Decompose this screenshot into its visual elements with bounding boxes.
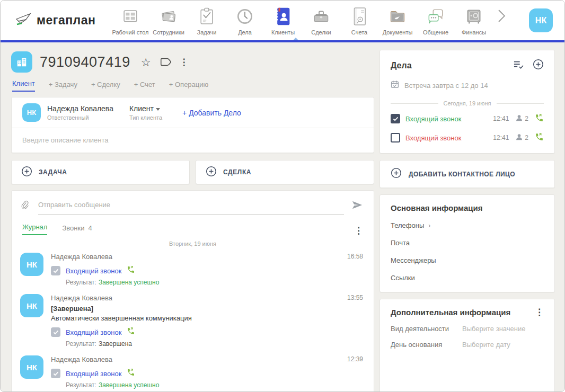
add-task-button[interactable]: ЗАДАЧА	[11, 160, 190, 184]
add-task-label: ЗАДАЧА	[39, 168, 67, 176]
select-value-placeholder[interactable]: Выберите значение	[462, 325, 525, 333]
add-deal-button[interactable]: СДЕЛКА	[196, 160, 374, 184]
app-window: мегаплан Рабочий стол	[0, 0, 565, 392]
info-item-links[interactable]: Ссылки	[391, 268, 544, 283]
add-todo-plus-icon[interactable]	[533, 59, 544, 72]
main-info-title: Основная информация	[391, 203, 544, 212]
date-separator: Вторник, 19 июня	[12, 240, 374, 247]
incoming-call-link[interactable]: Входящий звонок	[66, 328, 121, 336]
select-date-placeholder[interactable]: Выберите дату	[462, 341, 510, 349]
user-avatar[interactable]: НК	[529, 8, 553, 32]
phone-callback-icon	[127, 265, 135, 276]
avatar: НК	[20, 355, 43, 379]
add-contact-button[interactable]: ДОБАВИТЬ КОНТАКТНОЕ ЛИЦО	[379, 160, 555, 188]
megaplan-logo[interactable]: мегаплан	[14, 11, 113, 31]
extra-info-title: Дополнительная информация	[391, 308, 535, 317]
responsible-name[interactable]: Надежда Ковалева	[47, 104, 113, 113]
tab-add-task[interactable]: + Задачу	[49, 81, 77, 92]
nav-item-tasks[interactable]: Задачи	[189, 5, 224, 35]
nav-more-chevron-icon[interactable]	[496, 8, 507, 26]
todos-title: Дела	[391, 61, 513, 70]
phone-callback-icon	[127, 368, 135, 379]
upcoming-meeting[interactable]: Встреча завтра с 12 до 14	[391, 80, 544, 91]
extra-info-row: День основания Выберите дату	[391, 341, 544, 349]
clock-icon	[235, 5, 255, 28]
result-label: Результат:	[66, 340, 96, 348]
info-item-messengers[interactable]: Мессенджеры	[391, 251, 544, 266]
journal-more-options-icon[interactable]: ⋮	[354, 226, 363, 235]
nav-label: Рабочий стол	[112, 29, 148, 35]
nav-label: Задачи	[197, 29, 217, 35]
call-done-checkbox[interactable]	[51, 266, 60, 275]
incoming-call-link[interactable]: Входящий звонок	[66, 370, 121, 378]
participants-icon	[515, 133, 523, 143]
page-title: 79109407419	[40, 54, 130, 70]
phone-callback-icon[interactable]	[535, 132, 544, 144]
main-info-panel: Основная информация Телефоны › Почта Мес…	[379, 194, 555, 292]
nav-label: Сделки	[311, 29, 331, 35]
extra-info-more-options-icon[interactable]: ⋮	[535, 308, 544, 317]
add-todo-link[interactable]: + Добавить Дело	[182, 109, 241, 117]
nav-item-employees[interactable]: Сотрудники	[151, 5, 186, 35]
chevron-right-icon: ›	[428, 222, 430, 229]
nav-item-finances[interactable]: Финансы	[456, 5, 491, 35]
tab-add-deal[interactable]: + Сделку	[91, 81, 120, 92]
list-check-icon[interactable]	[513, 60, 524, 72]
entry-author[interactable]: Надежда Ковалева	[51, 294, 112, 302]
client-type-dropdown[interactable]: Клиент	[129, 104, 162, 113]
plus-circle-icon	[206, 166, 217, 179]
entry-text: Автоматически завершенная коммуникация	[51, 314, 363, 322]
tab-journal[interactable]: Журнал	[22, 223, 47, 235]
tab-add-operation[interactable]: + Операцию	[169, 81, 209, 92]
chevron-down-icon	[156, 108, 160, 111]
tasks-icon	[198, 5, 216, 28]
todo-call-row: Входящий звонок 12:41 2	[391, 131, 544, 145]
phone-callback-icon[interactable]	[535, 113, 544, 124]
client-summary-card: НК Надежда Ковалева Ответственный Клиент…	[11, 97, 374, 153]
todo-checkbox-checked[interactable]	[391, 114, 400, 123]
todo-call-label[interactable]: Входящий звонок	[405, 115, 493, 123]
favorite-star-icon[interactable]: ☆	[141, 57, 151, 68]
attachment-paperclip-icon[interactable]	[20, 200, 31, 215]
top-nav-bar: мегаплан Рабочий стол	[1, 1, 564, 40]
more-options-icon[interactable]: ⋮	[180, 58, 189, 67]
nav-item-invoices[interactable]: Счета	[342, 5, 377, 35]
nav-item-desktop[interactable]: Рабочий стол	[113, 5, 148, 35]
info-item-phones[interactable]: Телефоны ›	[391, 216, 544, 231]
result-value: Завершена	[99, 340, 132, 348]
responsible-avatar[interactable]: НК	[22, 103, 41, 122]
nav-item-clients-active[interactable]: Клиенты	[266, 5, 301, 35]
nav-label: Дела	[238, 29, 252, 35]
participants-count: 2	[525, 115, 528, 122]
entry-author[interactable]: Надежда Ковалева	[51, 355, 112, 363]
entity-title-row: 79109407419 ☆ ⋮	[11, 50, 374, 74]
tag-icon[interactable]	[160, 57, 171, 67]
chat-bubbles-icon	[425, 5, 446, 28]
responsible-role-label: Ответственный	[47, 114, 113, 121]
incoming-call-link[interactable]: Входящий звонок	[66, 267, 121, 275]
nav-item-chat[interactable]: Общение	[418, 5, 453, 35]
info-item-email[interactable]: Почта	[391, 233, 544, 248]
nav-label: Клиенты	[271, 29, 295, 35]
todo-checkbox-unchecked[interactable]	[391, 133, 400, 142]
call-done-checkbox[interactable]	[51, 369, 60, 378]
field-label: Вид деятельности	[391, 325, 462, 333]
nav-item-deals[interactable]: Сделки	[304, 5, 339, 35]
entry-author[interactable]: Надежда Ковалева	[51, 253, 112, 261]
clients-book-icon	[274, 5, 292, 28]
send-message-input[interactable]	[38, 201, 344, 209]
safe-icon	[464, 5, 484, 28]
send-icon[interactable]	[351, 200, 363, 212]
call-done-checkbox[interactable]	[51, 327, 60, 337]
tab-add-invoice[interactable]: + Счет	[134, 81, 155, 92]
participants-count: 2	[525, 134, 528, 141]
entity-tabs: Клиент + Задачу + Сделку + Счет + Операц…	[12, 79, 374, 92]
tab-calls[interactable]: Звонки4	[62, 224, 92, 235]
tab-client[interactable]: Клиент	[12, 79, 35, 92]
nav-item-documents[interactable]: Документы	[380, 5, 415, 35]
client-description-input[interactable]	[22, 136, 363, 144]
todo-call-row: Входящий звонок 12:41 2	[391, 112, 544, 126]
todo-call-label[interactable]: Входящий звонок	[405, 134, 493, 142]
avatar: НК	[20, 294, 43, 317]
nav-item-deals-todo[interactable]: Дела	[227, 5, 262, 35]
